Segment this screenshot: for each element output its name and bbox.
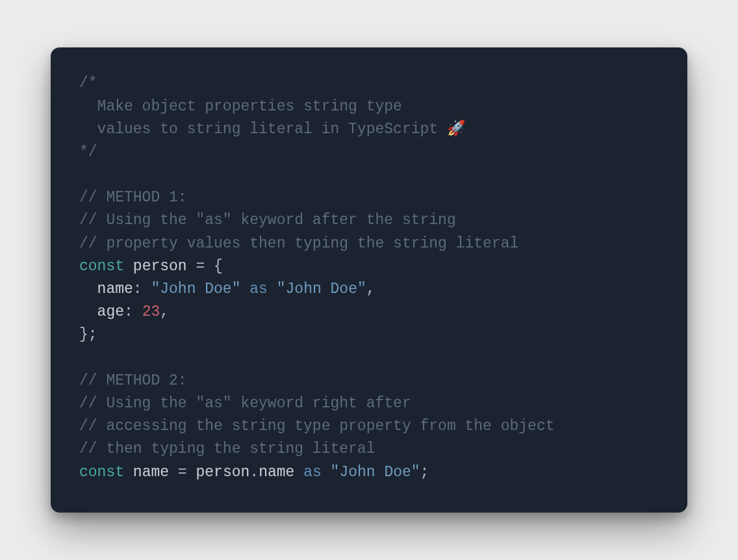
method1-desc2: // property values then typing the strin… [79, 235, 518, 252]
prop-age: age [97, 303, 124, 320]
code-card: /* Make object properties string type va… [51, 47, 687, 512]
expr-name: name [259, 464, 294, 481]
var-person: person [133, 258, 187, 275]
method1-title: // METHOD 1: [79, 189, 187, 206]
const-keyword: const [79, 258, 124, 275]
colon: : [133, 281, 142, 298]
var-name: name [133, 464, 169, 481]
block-comment-line2: values to string literal in TypeScript 🚀 [79, 121, 466, 138]
block-comment-open: /* [79, 75, 97, 92]
method2-desc2: // accessing the string type property fr… [79, 418, 555, 435]
method2-title: // METHOD 2: [79, 372, 187, 389]
method2-desc1: // Using the "as" keyword right after [79, 395, 411, 412]
dot: . [249, 464, 259, 481]
expr-person: person [196, 464, 249, 481]
string-john-literal: "John Doe" [331, 464, 420, 481]
semicolon: ; [420, 464, 429, 481]
number-23: 23 [142, 303, 160, 320]
comma: , [366, 281, 375, 298]
equals: = [196, 258, 205, 275]
method1-desc1: // Using the "as" keyword after the stri… [79, 212, 456, 229]
equals: = [178, 464, 187, 481]
block-comment-line1: Make object properties string type [79, 98, 402, 115]
brace-close: }; [79, 326, 97, 343]
comma: , [160, 303, 169, 320]
string-john-literal: "John Doe" [277, 281, 366, 298]
block-comment-close: */ [79, 144, 97, 160]
const-keyword: const [79, 464, 124, 481]
string-john: "John Doe" [151, 281, 240, 298]
brace-open: { [214, 258, 223, 275]
prop-name: name [97, 281, 133, 298]
code-block: /* Make object properties string type va… [79, 72, 659, 483]
method2-desc3: // then typing the string literal [79, 440, 375, 457]
as-keyword: as [303, 464, 322, 481]
colon: : [124, 303, 133, 320]
as-keyword: as [249, 281, 268, 298]
